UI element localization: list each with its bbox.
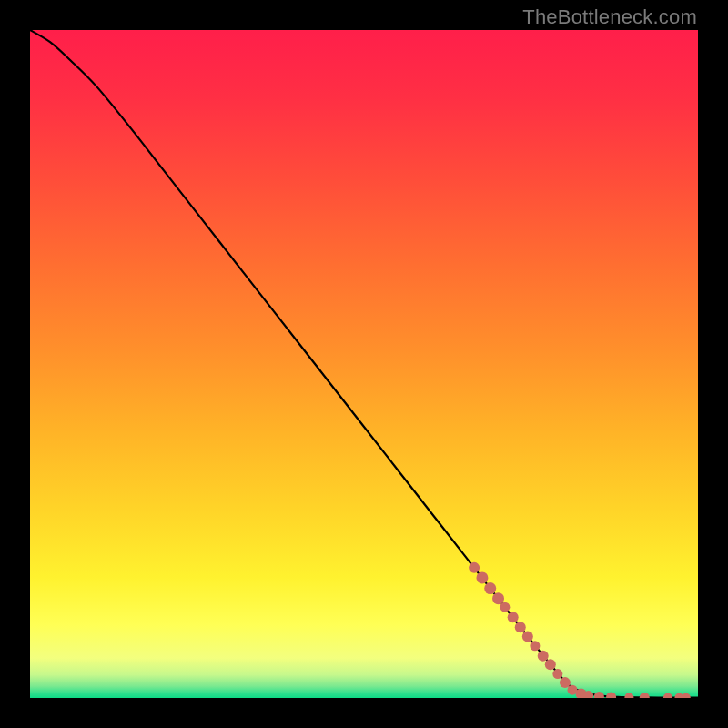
marker-dot	[552, 669, 562, 679]
marker-dot	[530, 641, 540, 651]
marker-dot	[500, 602, 510, 612]
chart-canvas	[30, 30, 698, 698]
watermark-text: TheBottleneck.com	[522, 5, 697, 29]
marker-dot	[522, 631, 533, 642]
marker-dot	[492, 592, 504, 604]
marker-dot	[515, 622, 526, 632]
marker-dot	[484, 582, 496, 594]
plot-area	[30, 30, 698, 698]
marker-dot	[508, 612, 519, 622]
marker-dot	[545, 659, 556, 670]
marker-dot	[476, 571, 488, 583]
marker-dot	[469, 562, 480, 573]
chart-stage: TheBottleneck.com	[0, 0, 728, 728]
marker-dot	[538, 651, 549, 662]
gradient-background	[30, 30, 698, 698]
